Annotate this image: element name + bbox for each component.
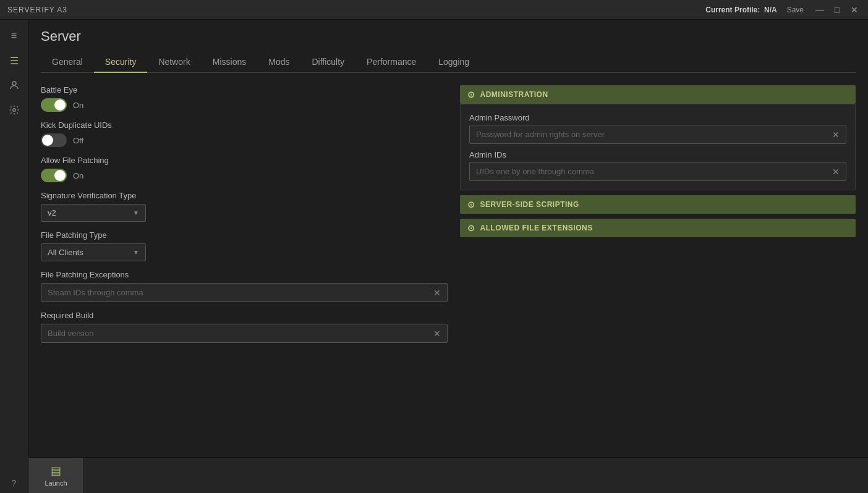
content: Server General Security Network Missions… xyxy=(28,20,868,493)
file-patching-type-value: All Clients xyxy=(48,248,83,257)
maximize-button[interactable]: □ xyxy=(831,4,843,16)
app-title: SERVERIFY A3 xyxy=(7,6,67,14)
battle-eye-toggle-row: On xyxy=(41,98,448,112)
tab-difficulty[interactable]: Difficulty xyxy=(300,52,355,73)
tab-performance[interactable]: Performance xyxy=(355,52,427,73)
admin-password-row: ✕ xyxy=(469,125,846,144)
file-patching-exceptions-clear[interactable]: ✕ xyxy=(427,284,447,301)
sig-verification-dropdown[interactable]: v2 ▼ xyxy=(41,204,146,222)
allow-file-patching-toggle-row: On xyxy=(41,169,448,182)
sidebar: ≡ ☰ ? xyxy=(0,20,28,493)
file-patching-exceptions-input[interactable] xyxy=(41,284,427,301)
server-side-scripting-title: SERVER-SIDE SCRIPTING xyxy=(480,200,579,209)
tab-missions[interactable]: Missions xyxy=(202,52,257,73)
battle-eye-toggle-label: On xyxy=(73,101,83,110)
tabs: General Security Network Missions Mods D… xyxy=(41,52,856,73)
admin-password-clear[interactable]: ✕ xyxy=(826,126,846,143)
allow-file-patching-label: Allow File Patching xyxy=(41,156,448,165)
titlebar: SERVERIFY A3 Current Profile: N/A Save —… xyxy=(0,0,868,20)
kick-duplicate-toggle-knob xyxy=(42,135,53,146)
sidebar-icon-settings[interactable] xyxy=(3,99,25,121)
server-side-scripting-chevron: ⊙ xyxy=(467,200,475,209)
admin-ids-label: Admin IDs xyxy=(469,150,846,159)
file-patching-exceptions-section: File Patching Exceptions ✕ xyxy=(41,270,448,302)
battle-eye-toggle[interactable] xyxy=(41,98,67,112)
allowed-file-extensions-header[interactable]: ⊙ ALLOWED FILE EXTENSIONS xyxy=(460,219,856,237)
file-patching-type-arrow: ▼ xyxy=(133,249,139,256)
titlebar-right: Current Profile: N/A Save — □ ✕ xyxy=(705,4,861,16)
required-build-section: Required Build ✕ xyxy=(41,311,448,343)
file-patching-exceptions-row: ✕ xyxy=(41,283,448,302)
app-body: ≡ ☰ ? Server General Security Network Mi… xyxy=(0,20,868,493)
kick-duplicate-toggle[interactable] xyxy=(41,133,67,147)
file-patching-type-label: File Patching Type xyxy=(41,230,448,240)
admin-password-input[interactable] xyxy=(470,125,826,143)
allowed-file-extensions-chevron: ⊙ xyxy=(467,223,475,233)
file-patching-exceptions-label: File Patching Exceptions xyxy=(41,270,448,279)
launch-icon: ▤ xyxy=(51,464,61,478)
sidebar-icon-list[interactable]: ☰ xyxy=(3,49,25,72)
save-button[interactable]: Save xyxy=(783,4,807,15)
admin-ids-row: ✕ xyxy=(469,162,846,181)
sidebar-icon-user[interactable] xyxy=(3,74,25,96)
sig-verification-value: v2 xyxy=(48,208,56,217)
tab-mods[interactable]: Mods xyxy=(257,52,300,73)
kick-duplicate-section: Kick Duplicate UIDs Off xyxy=(41,120,448,147)
file-patching-type-section: File Patching Type All Clients ▼ xyxy=(41,230,448,261)
required-build-row: ✕ xyxy=(41,324,448,343)
file-patching-type-dropdown[interactable]: All Clients ▼ xyxy=(41,243,146,261)
admin-password-field: Admin Password ✕ xyxy=(469,113,846,144)
launch-label: Launch xyxy=(45,479,67,487)
tab-logging[interactable]: Logging xyxy=(427,52,480,73)
svg-point-0 xyxy=(12,82,16,85)
administration-header[interactable]: ⊙ ADMINISTRATION xyxy=(460,85,856,104)
sig-verification-section: Signature Verification Type v2 ▼ xyxy=(41,191,448,222)
launch-button[interactable]: ▤ Launch xyxy=(28,458,84,494)
admin-ids-input[interactable] xyxy=(470,162,826,180)
close-button[interactable]: ✕ xyxy=(848,4,861,16)
allow-file-patching-toggle[interactable] xyxy=(41,169,67,182)
profile-label: Current Profile: N/A xyxy=(705,6,777,14)
tab-network[interactable]: Network xyxy=(147,52,201,73)
required-build-input[interactable] xyxy=(41,324,427,342)
kick-duplicate-label: Kick Duplicate UIDs xyxy=(41,120,448,130)
admin-ids-clear[interactable]: ✕ xyxy=(826,163,846,180)
administration-body: Admin Password ✕ Admin IDs ✕ xyxy=(460,104,856,190)
sig-verification-label: Signature Verification Type xyxy=(41,191,448,200)
launch-bar: ▤ Launch xyxy=(28,457,868,493)
battle-eye-label: Battle Eye xyxy=(41,85,448,95)
right-panel: ⊙ ADMINISTRATION Admin Password ✕ xyxy=(460,85,856,445)
server-side-scripting-header[interactable]: ⊙ SERVER-SIDE SCRIPTING xyxy=(460,195,856,214)
window-controls: — □ ✕ xyxy=(814,4,861,16)
tab-security[interactable]: Security xyxy=(94,52,148,73)
admin-ids-field: Admin IDs ✕ xyxy=(469,150,846,181)
allow-file-patching-toggle-label: On xyxy=(73,171,83,180)
minimize-button[interactable]: — xyxy=(814,4,826,16)
battle-eye-section: Battle Eye On xyxy=(41,85,448,112)
page-header: Server General Security Network Missions… xyxy=(28,20,868,73)
allowed-file-extensions-title: ALLOWED FILE EXTENSIONS xyxy=(480,224,593,232)
administration-chevron: ⊙ xyxy=(467,90,475,99)
sig-verification-arrow: ▼ xyxy=(133,209,139,216)
allow-file-patching-toggle-knob xyxy=(54,170,66,181)
administration-title: ADMINISTRATION xyxy=(480,90,548,99)
administration-section: ⊙ ADMINISTRATION Admin Password ✕ xyxy=(460,85,856,190)
sidebar-icon-menu[interactable]: ≡ xyxy=(3,25,25,47)
svg-point-1 xyxy=(12,109,15,112)
page-title: Server xyxy=(41,28,856,44)
required-build-clear[interactable]: ✕ xyxy=(427,325,447,342)
allow-file-patching-section: Allow File Patching On xyxy=(41,156,448,182)
kick-duplicate-toggle-row: Off xyxy=(41,133,448,147)
tab-general[interactable]: General xyxy=(41,52,94,73)
panels: Battle Eye On Kick Duplicate UIDs xyxy=(28,73,868,457)
sidebar-help-icon[interactable]: ? xyxy=(12,478,17,488)
battle-eye-toggle-knob xyxy=(54,99,66,111)
kick-duplicate-toggle-label: Off xyxy=(73,136,83,145)
left-panel: Battle Eye On Kick Duplicate UIDs xyxy=(41,85,448,445)
admin-password-label: Admin Password xyxy=(469,113,846,122)
required-build-label: Required Build xyxy=(41,311,448,320)
